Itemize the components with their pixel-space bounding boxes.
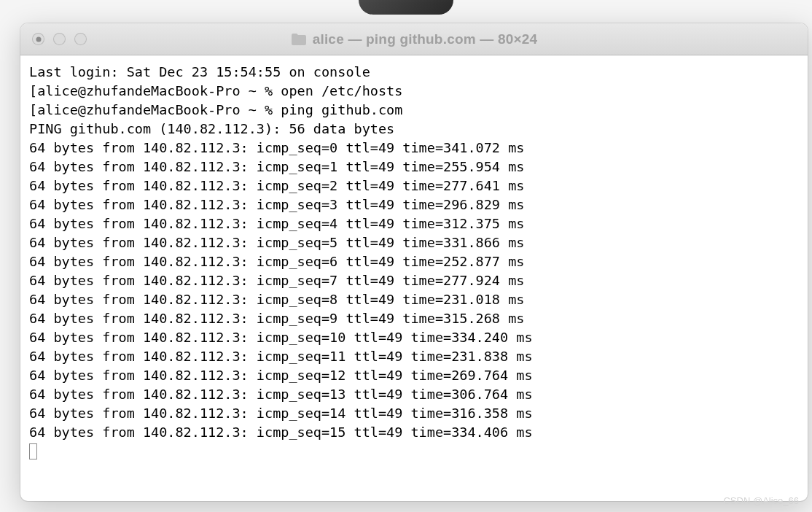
cursor [29,443,37,459]
traffic-lights [20,33,87,45]
titlebar[interactable]: alice — ping github.com — 80×24 [20,23,808,55]
close-button[interactable] [32,33,44,45]
terminal-output[interactable]: Last login: Sat Dec 23 15:54:55 on conso… [20,55,808,501]
maximize-button[interactable] [74,33,87,45]
dock-preview [359,0,453,15]
window-title-area: alice — ping github.com — 80×24 [20,31,808,47]
terminal-window: alice — ping github.com — 80×24 Last log… [20,23,808,501]
minimize-button[interactable] [53,33,66,45]
folder-icon [291,33,307,46]
watermark: CSDN @Alice_66 [723,495,799,506]
window-title: alice — ping github.com — 80×24 [313,31,538,47]
